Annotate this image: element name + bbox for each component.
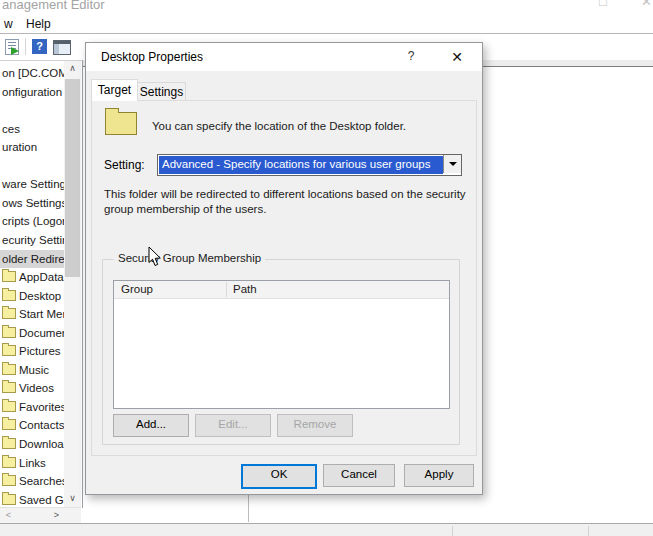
tree-item-label: Saved Gan <box>19 494 65 506</box>
tree-item[interactable]: Start Menu <box>0 305 65 323</box>
tree-item[interactable]: onfiguration <box>0 83 65 101</box>
help-icon[interactable]: ? <box>32 39 47 54</box>
tree-item-label: Download <box>19 438 65 450</box>
tree-item[interactable]: cripts (Logon <box>0 212 65 230</box>
tree-item-label: ecurity Settin <box>2 234 65 246</box>
scroll-left-icon[interactable]: < <box>0 508 17 523</box>
tree-item-label: AppData(R <box>19 271 65 283</box>
chevron-down-icon <box>449 162 457 166</box>
tree-item[interactable]: Music <box>0 361 65 379</box>
tree-item[interactable]: on [DC.COM <box>0 64 65 82</box>
tree-item-label: uration <box>2 141 37 153</box>
tree-item-label: Pictures <box>19 345 61 357</box>
dropdown-button[interactable] <box>443 155 461 173</box>
menu-item-help[interactable]: Help <box>26 17 51 31</box>
dialog-titlebar[interactable]: Desktop Properties ? ✕ <box>86 43 482 71</box>
status-divider <box>452 526 453 536</box>
membership-table[interactable]: Group Path <box>113 280 450 409</box>
edit-button[interactable]: Edit... <box>195 414 271 437</box>
tree-item[interactable]: Contacts <box>0 416 65 434</box>
menu-bar: w Help <box>0 14 653 33</box>
close-window-icon[interactable]: ✕ <box>641 0 652 9</box>
tree-item[interactable]: ecurity Settin <box>0 231 65 249</box>
console-window-icon[interactable] <box>53 40 71 55</box>
tree-horizontal-scrollbar[interactable]: < > <box>0 507 81 523</box>
tree-item[interactable]: Searches <box>0 472 65 490</box>
export-list-icon[interactable] <box>5 39 19 55</box>
folder-icon <box>2 494 16 505</box>
tree-item[interactable]: uration <box>0 138 65 156</box>
tree-item-label: ows Settings <box>2 197 65 209</box>
ok-button[interactable]: OK <box>241 464 317 489</box>
tree-item-label: cripts (Logon <box>2 215 65 227</box>
tab-target[interactable]: Target <box>91 79 138 101</box>
folder-icon <box>2 327 16 338</box>
folder-icon <box>2 308 16 319</box>
security-group-membership-box: Security Group Membership Group Path Add… <box>102 259 460 445</box>
tree-item-label: Desktop <box>19 290 61 302</box>
tree-item[interactable]: Document <box>0 324 65 342</box>
tree-item-label: Searches <box>19 475 65 487</box>
setting-label: Setting: <box>104 158 145 172</box>
folder-icon <box>2 364 16 375</box>
folder-icon <box>2 419 16 430</box>
tab-page-target: You can specify the location of the Desk… <box>91 100 477 456</box>
folder-icon <box>2 457 16 468</box>
tree-vertical-scrollbar[interactable]: ∧ ∨ <box>64 61 81 507</box>
menu-item-view[interactable]: w <box>4 17 13 31</box>
tree-item[interactable]: Desktop <box>0 287 65 305</box>
column-header-group[interactable]: Group <box>114 281 153 298</box>
tree-item[interactable]: AppData(R <box>0 268 65 286</box>
pane-divider <box>248 493 249 522</box>
folder-icon <box>2 475 16 486</box>
setting-dropdown[interactable]: Advanced - Specify locations for various… <box>157 154 462 176</box>
remove-button[interactable]: Remove <box>277 414 353 437</box>
add-button[interactable]: Add... <box>113 414 189 437</box>
tree-item[interactable]: ware Settings <box>0 175 65 193</box>
column-header-path[interactable]: Path <box>226 281 257 298</box>
folder-icon <box>2 271 16 282</box>
tree-item[interactable]: older Redirec <box>0 250 65 268</box>
tree-item-label: Contacts <box>19 419 64 431</box>
tree-item[interactable]: Links <box>0 454 65 472</box>
tree-item[interactable]: ces <box>0 120 65 138</box>
scroll-right-icon[interactable]: > <box>48 508 65 523</box>
tree-item[interactable]: Videos <box>0 379 65 397</box>
tree-item-label: Music <box>19 364 49 376</box>
scroll-down-icon[interactable]: ∨ <box>64 491 81 507</box>
folder-icon <box>2 401 16 412</box>
cancel-button[interactable]: Cancel <box>323 464 395 487</box>
tree-item[interactable]: Favorites <box>0 398 65 416</box>
tree-item[interactable]: Download <box>0 435 65 453</box>
dialog-title: Desktop Properties <box>101 50 203 64</box>
tree-item-label: Document <box>19 327 65 339</box>
folder-icon <box>2 290 16 301</box>
tree-item[interactable]: Pictures <box>0 342 65 360</box>
folder-icon <box>2 438 16 449</box>
tree-item-label: Favorites <box>19 401 65 413</box>
apply-button[interactable]: Apply <box>404 464 474 487</box>
tree-item[interactable]: ows Settings <box>0 194 65 212</box>
tree-item-label: Videos <box>19 382 54 394</box>
folder-icon <box>2 345 16 356</box>
tree-item[interactable] <box>0 101 65 119</box>
dialog-help-icon[interactable]: ? <box>403 49 419 65</box>
intro-text: You can specify the location of the Desk… <box>152 120 464 132</box>
scrollbar-thumb[interactable] <box>65 79 80 277</box>
folder-icon <box>105 112 137 135</box>
folder-icon <box>2 382 16 393</box>
tree-item-label: ware Settings <box>2 178 65 190</box>
maximize-icon[interactable]: □ <box>599 0 607 9</box>
scroll-up-icon[interactable]: ∧ <box>64 61 81 77</box>
tree-item-label: older Redirec <box>2 253 65 265</box>
groupbox-title: Security Group Membership <box>114 252 265 264</box>
status-divider <box>588 526 589 536</box>
dialog-close-icon[interactable]: ✕ <box>446 47 468 67</box>
window-title: anagement Editor <box>2 0 105 12</box>
tree-item-label: ces <box>2 123 20 135</box>
tab-settings[interactable]: Settings <box>137 82 186 101</box>
tree-item[interactable] <box>0 157 65 175</box>
tree-item[interactable]: Saved Gan <box>0 491 65 509</box>
status-bar <box>0 523 653 536</box>
column-separator[interactable] <box>226 282 227 297</box>
